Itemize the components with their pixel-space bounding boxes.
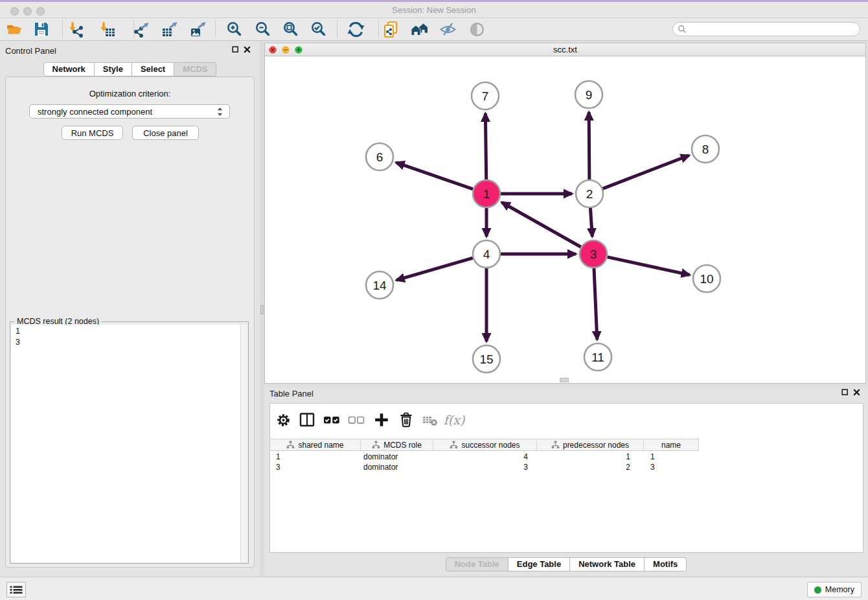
network-canvas[interactable]: 7968124314101511	[265, 57, 865, 383]
panel-divider[interactable]	[260, 41, 264, 577]
network-frame-titlebar[interactable]: scc.txt	[265, 43, 865, 56]
mcds-result-scrollbar[interactable]	[240, 325, 247, 562]
settings-gear-icon[interactable]	[273, 410, 293, 430]
export-table-icon[interactable]	[160, 19, 179, 39]
apply-layout-icon[interactable]	[346, 19, 365, 39]
graph-node-label: 15	[479, 352, 493, 366]
save-session-icon[interactable]	[32, 19, 51, 39]
hierarchy-icon	[450, 441, 458, 449]
task-history-button[interactable]	[6, 582, 26, 597]
graph-node-label: 3	[590, 248, 597, 261]
window-title: Session: New Session	[0, 5, 868, 15]
open-file-icon[interactable]	[5, 19, 24, 39]
search-field[interactable]	[672, 22, 860, 36]
tab-motifs[interactable]: Motifs	[645, 557, 687, 571]
hierarchy-icon	[372, 441, 380, 449]
table-cell[interactable]: 4	[433, 452, 537, 462]
duplicate-network-icon[interactable]	[382, 19, 401, 39]
table-panel-tabs: Node Table Edge Table Network Table Moti…	[264, 557, 868, 571]
table-cell[interactable]: 1	[644, 452, 698, 462]
export-image-icon[interactable]	[188, 19, 208, 39]
memory-button[interactable]: Memory	[807, 582, 862, 597]
table-cell[interactable]: 3	[270, 462, 361, 472]
show-panels-eye-icon[interactable]	[467, 19, 486, 39]
list-icon	[10, 585, 23, 595]
table-panel-title: Table Panel	[269, 389, 314, 398]
table-cell[interactable]: 2	[537, 462, 644, 472]
graph-edge-3-11[interactable]	[594, 268, 597, 340]
graph-edge-1-7[interactable]	[485, 113, 486, 179]
import-table-icon[interactable]	[98, 19, 117, 39]
graph-edge-2-3[interactable]	[590, 208, 592, 237]
column-layout-icon[interactable]	[297, 410, 317, 430]
search-input[interactable]	[687, 25, 860, 34]
zoom-out-icon[interactable]	[253, 19, 273, 39]
column-header-successor-nodes[interactable]: successor nodes	[433, 439, 537, 450]
optimization-criterion-dropdown[interactable]: strongly connected component	[29, 104, 230, 119]
mcds-result-group: MCDS result (2 nodes) 1 3	[10, 321, 249, 564]
window-titlebar: Session: New Session	[0, 0, 868, 18]
graph-edge-2-9[interactable]	[589, 112, 589, 179]
column-header-name[interactable]: name	[644, 439, 698, 450]
add-column-plus-icon[interactable]	[372, 410, 391, 430]
column-header-mcds-role[interactable]: MCDS role	[361, 439, 433, 450]
column-header-predecessor-nodes[interactable]: predecessor nodes	[537, 439, 644, 450]
table-cell[interactable]: 1	[537, 452, 644, 462]
memory-label: Memory	[825, 585, 854, 594]
split-drag-handle[interactable]	[560, 378, 569, 382]
table-rows: 1dominator4113dominator323	[270, 452, 699, 472]
graph-node-label: 11	[591, 351, 604, 364]
table-row[interactable]: 3dominator323	[270, 462, 699, 472]
graph-edge-3-10[interactable]	[607, 257, 689, 275]
graph-edge-1-6[interactable]	[396, 163, 474, 189]
tab-node-table[interactable]: Node Table	[446, 557, 508, 571]
graph-node-label: 4	[483, 248, 490, 261]
tab-network-table[interactable]: Network Table	[570, 557, 645, 571]
zoom-selected-icon[interactable]	[309, 19, 328, 39]
tab-edge-table[interactable]: Edge Table	[508, 557, 570, 571]
select-all-checkboxes-icon[interactable]	[322, 410, 341, 430]
network-graph[interactable]: 7968124314101511	[265, 57, 865, 383]
toolbar-separator	[215, 20, 216, 38]
table-cell[interactable]: 3	[433, 462, 537, 472]
close-panel-icon[interactable]	[853, 389, 860, 396]
table-cell[interactable]: 3	[644, 462, 698, 472]
show-all-views-homes-icon[interactable]	[410, 19, 429, 39]
table-row[interactable]: 1dominator411	[270, 452, 699, 462]
float-panel-icon[interactable]	[232, 46, 239, 53]
tab-mcds[interactable]: MCDS	[174, 62, 216, 76]
import-network-icon[interactable]	[67, 19, 86, 39]
export-network-icon[interactable]	[131, 19, 151, 39]
tab-select[interactable]: Select	[132, 62, 174, 76]
close-panel-button[interactable]: Close panel	[132, 126, 199, 140]
graph-node-label: 9	[586, 88, 593, 102]
delete-column-trash-icon[interactable]	[396, 410, 416, 430]
table-cell[interactable]: dominator	[361, 452, 433, 462]
delete-table-icon[interactable]	[420, 410, 440, 430]
table-cell[interactable]: 1	[270, 452, 361, 462]
close-panel-icon[interactable]	[244, 46, 251, 53]
zoom-fit-icon[interactable]	[281, 19, 301, 39]
control-panel-title: Control Panel	[5, 46, 56, 56]
graph-edge-4-14[interactable]	[396, 258, 473, 280]
deselect-all-checkboxes-icon[interactable]	[347, 410, 366, 430]
search-icon	[678, 25, 687, 34]
tab-network[interactable]: Network	[43, 62, 95, 76]
table-cell[interactable]: dominator	[361, 462, 433, 472]
graph-edge-2-8[interactable]	[603, 156, 689, 189]
hide-panels-eye-slash-icon[interactable]	[438, 19, 457, 39]
mcds-result-text[interactable]: 1 3	[11, 325, 240, 562]
column-header-shared-name[interactable]: shared name	[270, 439, 361, 450]
node-table-content: f(x) shared name MCDS role successor nod…	[269, 403, 863, 553]
divider-handle[interactable]	[260, 305, 264, 314]
function-builder-icon[interactable]: f(x)	[444, 410, 464, 430]
table-header-row: shared name MCDS role successor nodes pr…	[270, 439, 699, 451]
graph-node-label: 1	[483, 187, 490, 201]
toolbar-separator	[337, 20, 337, 38]
run-mcds-button[interactable]: Run MCDS	[62, 126, 123, 140]
graph-edge-3-1[interactable]	[502, 202, 581, 247]
zoom-in-icon[interactable]	[225, 19, 244, 39]
tab-style[interactable]: Style	[95, 62, 132, 76]
float-panel-icon[interactable]	[841, 389, 849, 396]
application-window: Session: New Session	[0, 0, 868, 600]
